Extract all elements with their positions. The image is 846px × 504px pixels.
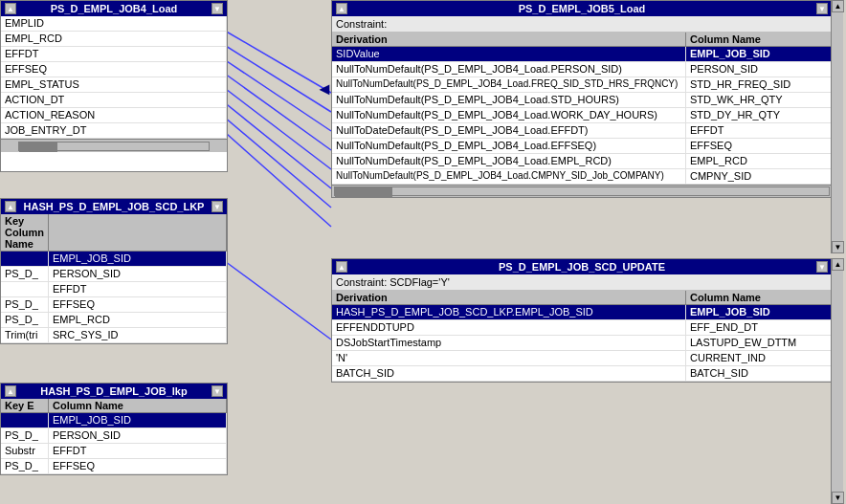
scd-update-title-text: PS_D_EMPL_JOB_SCD_UPDATE (347, 261, 816, 273)
table-row[interactable]: JOB_ENTRY_DT (1, 123, 227, 139)
svg-line-0 (218, 27, 331, 93)
table-row[interactable]: PS_D_ EFFSEQ (1, 459, 227, 474)
job5-scroll-down[interactable]: ▼ (816, 3, 828, 14)
scd-update-title: ▲ PS_D_EMPL_JOB_SCD_UPDATE ▼ (332, 259, 832, 274)
scd-update-panel: ▲ PS_D_EMPL_JOB_SCD_UPDATE ▼ Constraint:… (331, 258, 833, 383)
derivation-header: Derivation (332, 33, 686, 46)
table-row[interactable]: PS_D_ PERSON_SID (1, 428, 227, 444)
scd-scroll-up[interactable]: ▲ (336, 261, 347, 273)
table-row[interactable]: EMPL_STATUS (1, 77, 227, 93)
hash-scd-scroll-up[interactable]: ▲ (5, 201, 16, 212)
table-row[interactable]: HASH_PS_D_EMPL_JOB_SCD_LKP.EMPL_JOB_SID … (332, 305, 832, 320)
svg-line-2 (218, 55, 331, 131)
scd-scroll-up-btn[interactable]: ▲ (832, 258, 844, 271)
col-name-header (49, 214, 227, 251)
table-row[interactable]: PS_D_ PERSON_SID (1, 267, 227, 282)
svg-line-1 (218, 41, 331, 112)
table-row[interactable]: EMPL_JOB_SID (1, 413, 227, 428)
hash-lkp-scroll-up[interactable]: ▲ (5, 385, 16, 397)
svg-line-7 (218, 126, 331, 227)
job5-scroll-up[interactable]: ▲ (336, 3, 347, 14)
table-row[interactable]: EFFENDDTUPD EFF_END_DT (332, 320, 832, 336)
hash-scd-lkp-title-text: HASH_PS_D_EMPL_JOB_SCD_LKP (16, 201, 212, 212)
job5-scroll-down-btn[interactable]: ▼ (832, 241, 844, 253)
svg-line-8 (218, 256, 331, 340)
job4-scroll-side[interactable]: ▼ (212, 3, 223, 14)
table-row[interactable]: EMPLID (1, 16, 227, 32)
table-row[interactable]: EFFDT (1, 282, 227, 297)
table-row[interactable]: SIDValue EMPL_JOB_SID (332, 47, 832, 62)
scd-derivation-header: Derivation (332, 291, 686, 304)
table-row[interactable]: EMPL_RCD (1, 32, 227, 47)
job5-scroll-up-btn[interactable]: ▲ (832, 0, 844, 12)
table-row[interactable]: EFFDT (1, 47, 227, 62)
table-row[interactable]: EMPL_JOB_SID (1, 252, 227, 267)
job5-vscrollbar[interactable]: ▲ ▼ (831, 0, 843, 253)
hash-lkp-headers: Key E Column Name (1, 399, 227, 413)
hash-lkp-scroll-down[interactable]: ▼ (212, 385, 223, 397)
job4-load-title-text: PS_D_EMPL_JOB4_Load (16, 3, 212, 14)
job4-rows: EMPLID EMPL_RCD EFFDT EFFSEQ EMPL_STATUS… (1, 16, 227, 139)
hash-lkp-title-text: HASH_PS_D_EMPL_JOB_lkp (16, 385, 212, 397)
colname-header: Column Name (686, 33, 832, 46)
table-row[interactable]: DSJobStartTimestamp LASTUPD_EW_DTTM (332, 336, 832, 351)
table-row[interactable]: NullToNumDefault(PS_D_EMPL_JOB4_Load.EMP… (332, 154, 832, 169)
table-row[interactable]: PS_D_ EMPL_RCD (1, 313, 227, 328)
svg-line-6 (218, 112, 331, 208)
table-row[interactable]: NullToNumDefault(PS_D_EMPL_JOB4_Load.EFF… (332, 139, 832, 154)
job5-load-title: ▲ PS_D_EMPL_JOB5_Load ▼ (332, 1, 832, 16)
hash-lkp-panel: ▲ HASH_PS_D_EMPL_JOB_lkp ▼ Key E Column … (0, 383, 228, 475)
scd-constraint: Constraint: SCDFlag='Y' (332, 274, 832, 291)
job5-headers: Derivation Column Name (332, 33, 832, 47)
hash-scd-lkp-headers: Key Column Name (1, 214, 227, 252)
svg-line-5 (218, 98, 331, 188)
table-row[interactable]: ACTION_REASON (1, 108, 227, 123)
hash-scd-scroll-down[interactable]: ▼ (212, 201, 223, 212)
key-col-header2: Key E (1, 399, 49, 412)
table-row[interactable]: NullToNumDefault(PS_D_EMPL_JOB4_Load.CMP… (332, 169, 832, 185)
table-row[interactable]: ACTION_DT (1, 93, 227, 108)
table-row[interactable]: NullToDateDefault(PS_D_EMPL_JOB4_Load.EF… (332, 123, 832, 139)
scd-headers: Derivation Column Name (332, 291, 832, 305)
table-row[interactable]: NullToNumDefault(PS_D_EMPL_JOB4_Load.STD… (332, 93, 832, 108)
job4-scroll-up[interactable]: ▲ (5, 3, 16, 14)
canvas: ▲ PS_D_EMPL_JOB4_Load ▼ EMPLID EMPL_RCD … (0, 0, 846, 504)
table-row[interactable]: Substr EFFDT (1, 444, 227, 459)
job5-load-panel: ▲ PS_D_EMPL_JOB5_Load ▼ Constraint: Deri… (331, 0, 833, 198)
arrow-indicator: ◄ (316, 79, 333, 99)
svg-line-3 (218, 69, 331, 150)
hash-scd-lkp-panel: ▲ HASH_PS_D_EMPL_JOB_SCD_LKP ▼ Key Colum… (0, 198, 228, 344)
table-row[interactable]: 'N' CURRENT_IND (332, 351, 832, 366)
table-row[interactable]: NullToNumDefault(PS_D_EMPL_JOB4_Load.WOR… (332, 108, 832, 123)
table-row[interactable]: NullToNumDefault(PS_D_EMPL_JOB4_Load.PER… (332, 62, 832, 77)
hash-lkp-title: ▲ HASH_PS_D_EMPL_JOB_lkp ▼ (1, 383, 227, 399)
table-row[interactable]: PS_D_ EFFSEQ (1, 297, 227, 313)
hash-scd-lkp-title: ▲ HASH_PS_D_EMPL_JOB_SCD_LKP ▼ (1, 199, 227, 214)
job5-constraint: Constraint: (332, 16, 832, 33)
table-row[interactable]: EFFSEQ (1, 62, 227, 77)
table-row[interactable]: BATCH_SID BATCH_SID (332, 366, 832, 382)
scd-colname-header: Column Name (686, 291, 832, 304)
scd-scroll-down-btn[interactable]: ▼ (832, 492, 844, 504)
table-row[interactable]: Trim(tri SRC_SYS_ID (1, 328, 227, 343)
scd-vscrollbar[interactable]: ▲ ▼ (831, 258, 843, 504)
job4-load-panel: ▲ PS_D_EMPL_JOB4_Load ▼ EMPLID EMPL_RCD … (0, 0, 228, 172)
job5-scroll-track (832, 12, 843, 241)
table-row[interactable]: NullToNumDefault(PS_D_EMPL_JOB4_Load.FRE… (332, 77, 832, 93)
job5-load-title-text: PS_D_EMPL_JOB5_Load (347, 3, 816, 14)
scd-scroll-down[interactable]: ▼ (816, 261, 828, 273)
scd-scroll-track (832, 271, 843, 492)
key-col-header: Key Column Name (1, 214, 49, 251)
job4-load-title: ▲ PS_D_EMPL_JOB4_Load ▼ (1, 1, 227, 16)
svg-line-4 (218, 83, 331, 169)
col-name-header2: Column Name (49, 399, 227, 412)
